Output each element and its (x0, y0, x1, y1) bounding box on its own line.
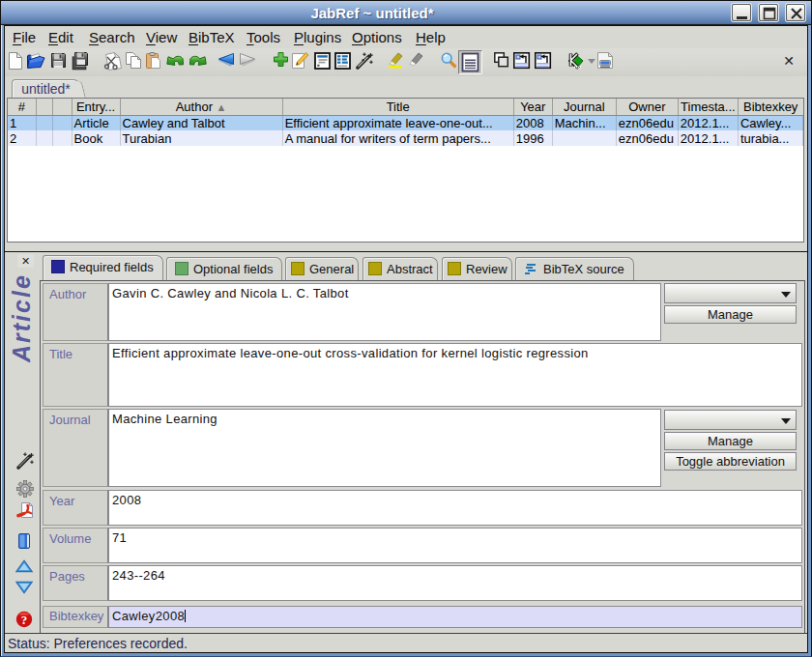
svg-text:?: ? (21, 613, 28, 627)
